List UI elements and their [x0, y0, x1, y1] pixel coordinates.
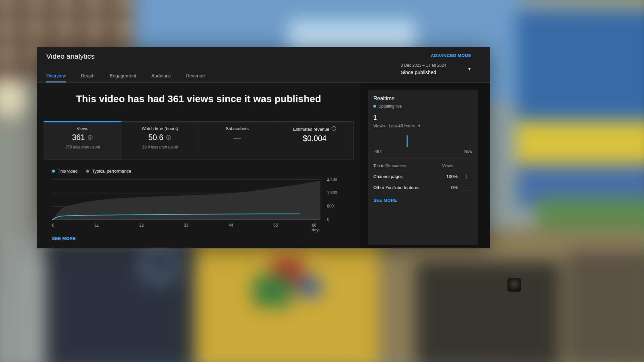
realtime-range-selector[interactable]: Views · Last 48 hours ▼ [373, 123, 472, 128]
legend-dot-typical [86, 170, 89, 173]
legend-label: This video [58, 169, 77, 174]
metric-subtext: 379 less than usual [65, 145, 100, 149]
metric-label: Subscribers [226, 126, 249, 131]
x-tick-label: 22 [139, 223, 144, 228]
views-chart-svg [52, 176, 320, 220]
realtime-title: Realtime [373, 96, 472, 102]
legend-dot-this-video [52, 170, 55, 173]
x-axis-labels: 0112233445566 days [52, 223, 320, 228]
metric-card-estimated-revenue[interactable]: Estimated revenue $0.004 [276, 122, 353, 160]
metric-value: $0.004 [303, 134, 326, 143]
date-range-text: 3 Dec 2023 – 1 Feb 2024 [401, 63, 446, 68]
chart-legend: This video Typical performance [52, 169, 360, 174]
traffic-row: Channel pages 100% [373, 173, 472, 179]
realtime-caption: Views · Last 48 hours [373, 123, 415, 128]
tab-audience[interactable]: Audience [151, 73, 171, 82]
tab-reach[interactable]: Reach [81, 73, 94, 82]
traffic-header-label: Top traffic sources [373, 164, 438, 168]
views-headline: This video has had 361 views since it wa… [37, 94, 360, 105]
video-analytics-panel: Video analytics ADVANCED MODE 3 Dec 2023… [37, 47, 490, 248]
tab-revenue[interactable]: Revenue [186, 73, 205, 82]
page-title: Video analytics [46, 52, 95, 75]
traffic-sparkline [462, 173, 472, 179]
legend-label: Typical performance [92, 169, 131, 174]
realtime-card: Realtime Updating live 1 Views · Last 48… [368, 89, 478, 245]
metric-subtext: 19.4 less than usual [142, 145, 178, 149]
metric-label: Views [77, 126, 88, 131]
metric-label: Estimated revenue [293, 127, 329, 132]
y-tick-label: 0 [327, 217, 329, 222]
x-tick-label: 44 [229, 223, 233, 228]
metric-value: 50.6 [148, 133, 163, 142]
realtime-chart[interactable] [373, 132, 472, 147]
trend-down-icon [166, 133, 171, 142]
metric-cards: Views 361 379 less than usual Watch time… [44, 121, 354, 160]
trend-down-icon [88, 133, 93, 142]
traffic-source-label: Channel pages [373, 174, 443, 179]
see-more-link[interactable]: SEE MORE [52, 236, 76, 241]
overview-content: This video has had 361 views since it wa… [37, 83, 360, 248]
realtime-chart-svg [373, 132, 472, 147]
x-tick-label: 11 [95, 223, 99, 228]
metric-value: 361 [72, 133, 85, 142]
traffic-source-label: Other YouTube features [373, 185, 443, 190]
traffic-sparkline [462, 184, 472, 190]
traffic-header-value: Views [438, 164, 453, 168]
right-rail: Realtime Updating live 1 Views · Last 48… [360, 83, 490, 248]
advanced-mode-button[interactable]: ADVANCED MODE [431, 53, 471, 58]
traffic-row: Other YouTube features 0% [373, 184, 472, 190]
traffic-source-value: 0% [443, 185, 458, 190]
clock-icon [331, 126, 336, 132]
metric-label: Watch time (hours) [142, 126, 178, 131]
analytics-tabs: Overview Reach Engagement Audience Reven… [46, 73, 220, 82]
metric-card-views[interactable]: Views 361 379 less than usual [44, 122, 121, 160]
y-tick-label: 1,600 [327, 190, 337, 195]
analytics-header: Video analytics ADVANCED MODE 3 Dec 2023… [37, 47, 490, 83]
watermark-logo [507, 278, 521, 292]
y-tick-label: 2,400 [327, 177, 337, 182]
views-chart[interactable]: 2,400 1,600 800 0 0112233445566 days [52, 176, 320, 220]
dropdown-caret-icon: ▼ [468, 67, 471, 71]
y-tick-label: 800 [327, 204, 334, 208]
period-label: Since published [401, 69, 446, 75]
tab-overview[interactable]: Overview [46, 73, 66, 82]
realtime-axis-right: Now [464, 149, 472, 154]
realtime-status: Updating live [378, 104, 401, 109]
x-tick-label: 33 [184, 223, 188, 228]
traffic-spark-bar [467, 174, 467, 179]
realtime-count: 1 [373, 114, 472, 121]
divider [373, 159, 472, 159]
x-tick-label: 55 [273, 223, 278, 228]
metric-card-watch-time[interactable]: Watch time (hours) 50.6 19.4 less than u… [121, 122, 199, 160]
date-range-selector[interactable]: 3 Dec 2023 – 1 Feb 2024 Since published … [401, 63, 471, 75]
live-dot-icon [373, 105, 376, 108]
traffic-source-value: 100% [443, 174, 458, 179]
realtime-see-more-link[interactable]: SEE MORE [373, 198, 397, 203]
realtime-axis-left: -48 h [373, 149, 382, 154]
metric-value: — [233, 133, 241, 142]
x-tick-label: 66 days [312, 223, 320, 232]
metric-card-subscribers[interactable]: Subscribers — [199, 122, 276, 160]
x-tick-label: 0 [52, 223, 54, 228]
dropdown-caret-icon: ▼ [418, 124, 421, 128]
tab-engagement[interactable]: Engagement [110, 73, 136, 82]
